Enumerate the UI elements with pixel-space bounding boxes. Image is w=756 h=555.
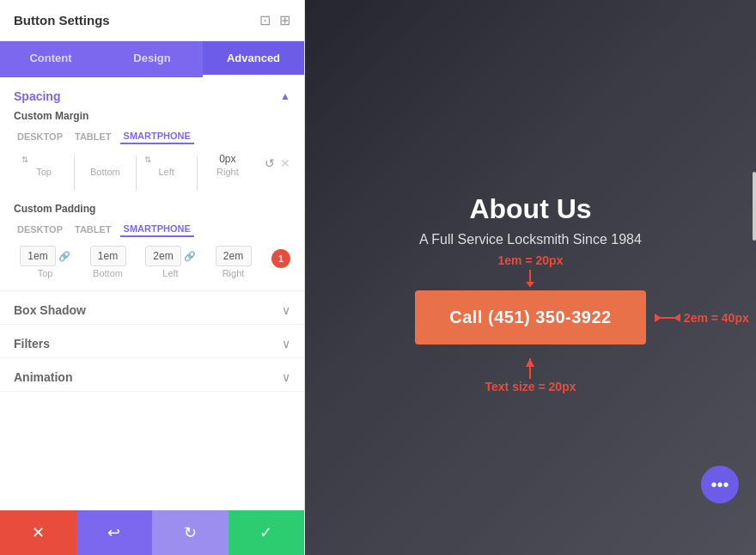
margin-left-row: ⇅ bbox=[144, 153, 189, 165]
padding-top-row: 🔗 bbox=[20, 246, 70, 266]
annotation-right-label: 2em = 40px bbox=[684, 311, 749, 325]
annotation-top-label: 1em = 20px bbox=[498, 253, 564, 267]
padding-right-label: Right bbox=[223, 268, 245, 278]
custom-margin-label: Custom Margin bbox=[0, 110, 304, 129]
fab-icon: ••• bbox=[710, 475, 729, 495]
annotation-bottom-arrow bbox=[485, 358, 576, 379]
padding-right-input[interactable] bbox=[216, 246, 252, 266]
margin-inputs: ⇅ Top Bottom ⇅ bbox=[0, 153, 304, 203]
margin-right-label: Right bbox=[216, 167, 239, 177]
margin-bottom-group: Bottom bbox=[75, 153, 135, 177]
padding-inputs: 🔗 Top Bottom 🔗 Left bbox=[0, 246, 304, 290]
panel-header: Button Settings ⊡ ⊞ bbox=[0, 0, 304, 41]
padding-bottom-label: Bottom bbox=[93, 268, 123, 278]
split-icon[interactable]: ⊞ bbox=[279, 12, 290, 28]
filters-header[interactable]: Filters ∨ bbox=[0, 325, 304, 357]
padding-left-link-icon[interactable]: 🔗 bbox=[184, 251, 196, 262]
filters-title: Filters bbox=[14, 337, 50, 351]
margin-top-row: ⇅ bbox=[21, 153, 66, 165]
preview-title: About Us bbox=[469, 193, 591, 225]
svg-marker-1 bbox=[526, 282, 534, 287]
right-preview: About Us A Full Service Locksmith Since … bbox=[305, 0, 756, 555]
margin-actions: ↺ ✕ bbox=[265, 156, 290, 170]
padding-badge: 1 bbox=[271, 249, 290, 268]
margin-left-label: Left bbox=[158, 167, 174, 177]
filters-toggle-icon[interactable]: ∨ bbox=[282, 337, 290, 351]
padding-right-group: Right bbox=[202, 246, 265, 278]
tab-content[interactable]: Content bbox=[0, 41, 101, 77]
undo-button[interactable]: ↩ bbox=[76, 510, 153, 555]
margin-smartphone-tab[interactable]: SMARTPHONE bbox=[120, 129, 194, 144]
filters-section: Filters ∨ bbox=[0, 325, 304, 358]
margin-right-input[interactable] bbox=[210, 153, 245, 165]
box-shadow-toggle-icon[interactable]: ∨ bbox=[282, 303, 290, 317]
preview-subtitle: A Full Service Locksmith Since 1984 bbox=[419, 232, 642, 247]
preview-content: About Us A Full Service Locksmith Since … bbox=[305, 0, 756, 555]
margin-bottom-input[interactable] bbox=[88, 153, 122, 165]
panel-title: Button Settings bbox=[14, 13, 110, 27]
padding-top-input[interactable] bbox=[20, 246, 56, 266]
animation-toggle-icon[interactable]: ∨ bbox=[282, 370, 290, 384]
annotation-bottom-container: Text size = 20px bbox=[485, 358, 576, 394]
padding-top-label: Top bbox=[38, 268, 53, 278]
cancel-button[interactable]: ✕ bbox=[0, 510, 76, 555]
padding-right-row bbox=[216, 246, 252, 266]
tabs-bar: Content Design Advanced bbox=[0, 41, 304, 77]
panel-content: Spacing ▲ Custom Margin DESKTOP TABLET S… bbox=[0, 77, 304, 510]
save-button[interactable]: ✓ bbox=[229, 510, 305, 555]
padding-device-tabs: DESKTOP TABLET SMARTPHONE bbox=[0, 222, 304, 246]
padding-left-group: 🔗 Left bbox=[139, 246, 202, 278]
margin-left-input[interactable] bbox=[155, 153, 189, 165]
margin-right-row bbox=[210, 153, 245, 165]
preview-call-button[interactable]: Call (451) 350-3922 bbox=[415, 290, 646, 345]
margin-left-link-icon: ⇅ bbox=[144, 155, 151, 164]
spacing-section-header[interactable]: Spacing ▲ bbox=[0, 77, 304, 110]
margin-desktop-tab[interactable]: DESKTOP bbox=[14, 130, 66, 143]
margin-tablet-tab[interactable]: TABLET bbox=[71, 130, 115, 143]
margin-top-label: Top bbox=[36, 167, 52, 177]
spacing-toggle-icon[interactable]: ▲ bbox=[280, 90, 290, 102]
annotation-bottom-label: Text size = 20px bbox=[485, 380, 576, 393]
margin-device-tabs: DESKTOP TABLET SMARTPHONE bbox=[0, 129, 304, 153]
bottom-toolbar: ✕ ↩ ↻ ✓ bbox=[0, 510, 304, 555]
redo-button[interactable]: ↻ bbox=[152, 510, 229, 555]
padding-bottom-row bbox=[90, 246, 126, 266]
margin-left-group: ⇅ Left bbox=[137, 153, 197, 177]
spacing-section: Spacing ▲ Custom Margin DESKTOP TABLET S… bbox=[0, 77, 304, 291]
panel-header-icons: ⊡ ⊞ bbox=[259, 12, 290, 28]
padding-tablet-tab[interactable]: TABLET bbox=[71, 223, 115, 236]
padding-top-link-icon[interactable]: 🔗 bbox=[58, 251, 70, 262]
annotation-right-container: 2em = 40px bbox=[655, 311, 749, 325]
padding-left-label: Left bbox=[162, 268, 178, 278]
animation-header[interactable]: Animation ∨ bbox=[0, 358, 304, 391]
margin-bottom-row bbox=[88, 153, 122, 165]
svg-marker-6 bbox=[526, 358, 534, 367]
expand-icon[interactable]: ⊡ bbox=[259, 12, 271, 28]
margin-top-group: ⇅ Top bbox=[14, 153, 74, 177]
margin-reset-icon[interactable]: ↺ bbox=[265, 156, 275, 170]
padding-smartphone-tab[interactable]: SMARTPHONE bbox=[120, 222, 194, 237]
padding-desktop-tab[interactable]: DESKTOP bbox=[14, 223, 66, 236]
fab-button[interactable]: ••• bbox=[701, 466, 739, 503]
padding-bottom-input[interactable] bbox=[90, 246, 126, 266]
svg-marker-3 bbox=[655, 314, 662, 322]
padding-top-group: 🔗 Top bbox=[14, 246, 76, 278]
left-panel: Button Settings ⊡ ⊞ Content Design Advan… bbox=[0, 0, 305, 555]
box-shadow-section: Box Shadow ∨ bbox=[0, 291, 304, 325]
annotation-top-container: 1em = 20px bbox=[498, 253, 564, 287]
margin-top-link-icon: ⇅ bbox=[21, 155, 28, 164]
animation-title: Animation bbox=[14, 370, 72, 384]
margin-right-group: Right bbox=[198, 153, 258, 177]
padding-bottom-group: Bottom bbox=[76, 246, 139, 278]
padding-left-input[interactable] bbox=[145, 246, 181, 266]
box-shadow-title: Box Shadow bbox=[14, 303, 86, 317]
box-shadow-header[interactable]: Box Shadow ∨ bbox=[0, 291, 304, 324]
tab-advanced[interactable]: Advanced bbox=[203, 41, 304, 77]
svg-marker-4 bbox=[674, 314, 680, 322]
margin-close-icon[interactable]: ✕ bbox=[280, 156, 290, 170]
margin-top-input[interactable] bbox=[32, 153, 66, 165]
preview-button-wrapper: 1em = 20px Call (451) 350-3922 2em = 40p… bbox=[415, 290, 646, 345]
margin-bottom-label: Bottom bbox=[90, 167, 120, 177]
custom-padding-label: Custom Padding bbox=[0, 203, 304, 222]
tab-design[interactable]: Design bbox=[101, 41, 203, 77]
